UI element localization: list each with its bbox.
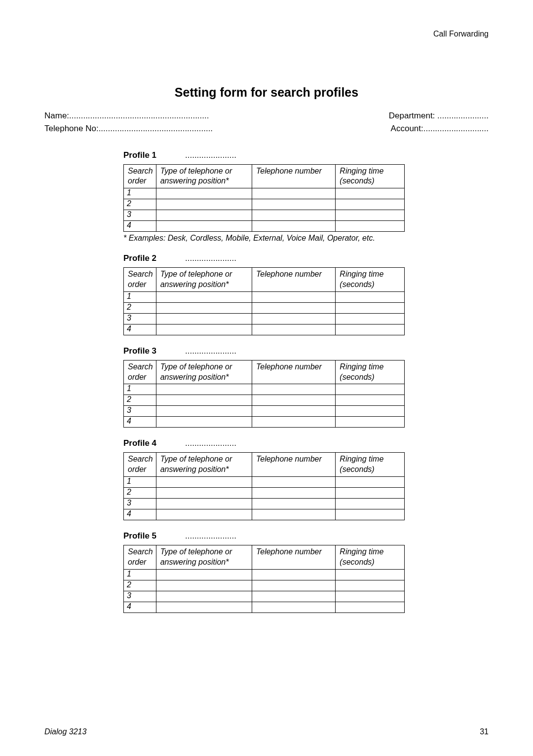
search-order-cell: 2 [124,395,156,406]
search-order-cell: 3 [124,406,156,417]
account-dots: ............................ [423,124,489,133]
search-order-cell: 3 [124,210,156,221]
empty-cell [252,591,335,602]
search-order-cell: 4 [124,602,156,612]
empty-cell [252,384,335,395]
profile-label-line: Profile 4...................... [123,438,489,448]
footer-model: Dialog 3213 [44,727,86,736]
table-header-col1: Search order [124,164,156,188]
table-header-col3: Telephone number [252,164,335,188]
search-order-cell: 4 [124,221,156,232]
department-label: Department: [389,111,435,120]
empty-cell [252,291,335,302]
search-order-cell: 2 [124,580,156,591]
profile-name: Profile 3 [123,346,185,356]
table-row: 3 [124,406,405,417]
empty-cell [336,580,405,591]
empty-cell [156,384,252,395]
search-order-cell: 4 [124,417,156,428]
table-header-col1: Search order [124,545,156,570]
profile-block: Profile 5......................Search or… [123,531,489,613]
empty-cell [336,210,405,221]
profile-dots: ...................... [185,150,236,160]
table-header-col4: Ringing time (seconds) [336,268,405,292]
table-row: 4 [124,221,405,232]
telephone-field-line: Telephone No:...........................… [44,122,213,135]
table-header-col2: Type of telephone or answering position* [156,545,252,570]
empty-cell [336,509,405,520]
profile-block: Profile 4......................Search or… [123,438,489,520]
empty-cell [336,324,405,335]
search-order-cell: 1 [124,188,156,199]
empty-cell [156,210,252,221]
search-order-cell: 2 [124,302,156,313]
search-order-cell: 1 [124,569,156,580]
table-row: 1 [124,477,405,488]
profile-label-line: Profile 3...................... [123,346,489,356]
empty-cell [336,384,405,395]
search-order-cell: 4 [124,324,156,335]
empty-cell [336,417,405,428]
empty-cell [252,210,335,221]
empty-cell [336,406,405,417]
empty-cell [336,477,405,488]
table-row: 2 [124,488,405,499]
profile-dots: ...................... [185,531,236,540]
empty-cell [336,199,405,210]
empty-cell [252,302,335,313]
empty-cell [252,499,335,509]
footnote: * Examples: Desk, Cordless, Mobile, Exte… [123,234,489,243]
table-header-col4: Ringing time (seconds) [336,164,405,188]
profile-block: Profile 1......................Search or… [123,150,489,243]
empty-cell [252,580,335,591]
empty-cell [252,509,335,520]
table-header-col3: Telephone number [252,268,335,292]
empty-cell [156,302,252,313]
search-order-cell: 2 [124,488,156,499]
profile-name: Profile 2 [123,253,185,263]
table-header-col3: Telephone number [252,360,335,384]
profile-label-line: Profile 1...................... [123,150,489,160]
empty-cell [156,199,252,210]
profile-name: Profile 5 [123,531,185,541]
profile-name: Profile 4 [123,438,185,448]
empty-cell [252,199,335,210]
profile-label-line: Profile 5...................... [123,531,489,541]
telephone-label: Telephone No: [44,124,99,133]
table-header-col4: Ringing time (seconds) [336,360,405,384]
table-row: 1 [124,384,405,395]
empty-cell [336,221,405,232]
table-header-col3: Telephone number [252,453,335,477]
empty-cell [156,488,252,499]
profile-table: Search orderType of telephone or answeri… [123,545,405,613]
table-row: 2 [124,302,405,313]
search-order-cell: 1 [124,384,156,395]
empty-cell [252,406,335,417]
table-header-col2: Type of telephone or answering position* [156,360,252,384]
department-field-line: Department: ...................... [389,109,489,122]
name-label: Name: [44,111,69,120]
empty-cell [156,406,252,417]
empty-cell [252,417,335,428]
empty-cell [156,477,252,488]
empty-cell [252,569,335,580]
empty-cell [336,591,405,602]
profile-dots: ...................... [185,253,236,263]
table-row: 1 [124,569,405,580]
empty-cell [156,569,252,580]
empty-cell [156,188,252,199]
empty-cell [156,509,252,520]
profile-table: Search orderType of telephone or answeri… [123,360,405,428]
search-order-cell: 1 [124,291,156,302]
table-row: 2 [124,395,405,406]
profile-name: Profile 1 [123,150,185,160]
empty-cell [336,569,405,580]
table-header-col4: Ringing time (seconds) [336,453,405,477]
empty-cell [156,324,252,335]
empty-cell [156,417,252,428]
empty-cell [156,580,252,591]
department-dots: ...................... [437,111,489,120]
search-order-cell: 4 [124,509,156,520]
profile-table: Search orderType of telephone or answeri… [123,267,405,335]
table-header-col2: Type of telephone or answering position* [156,453,252,477]
